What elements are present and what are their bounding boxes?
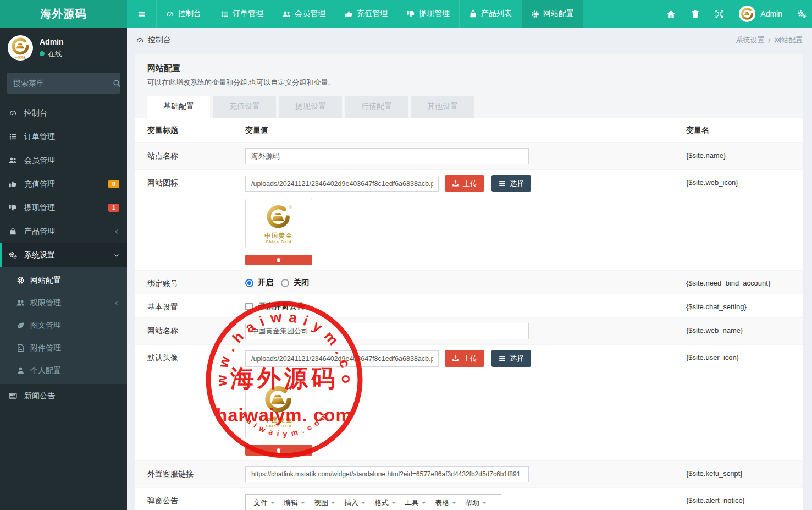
- editor-menu-tools[interactable]: 工具: [400, 498, 430, 508]
- breadcrumb-section[interactable]: 系统设置: [736, 35, 764, 45]
- user-icon-preview: 中国黄金 China Gold: [245, 374, 312, 438]
- sidebar-item-recharge[interactable]: 充值管理0: [0, 172, 127, 196]
- breadcrumb: 系统设置 / 网站配置: [736, 35, 803, 45]
- settings-cogs-icon[interactable]: [797, 9, 807, 19]
- sidebar-item-orders[interactable]: 订单管理: [0, 125, 127, 149]
- sidebar-subitem-site-config[interactable]: 网站配置: [0, 269, 127, 292]
- page-description: 可以在此增改系统的变量和分组,也可以自定义分组和变量。: [147, 78, 791, 87]
- popup-notice-checkbox[interactable]: [245, 303, 253, 310]
- editor-menu-file[interactable]: 文件: [249, 498, 279, 508]
- nav-item-dashboard[interactable]: 控制台: [156, 0, 211, 28]
- table-header: 变量标题 变量值 变量名: [135, 118, 803, 142]
- tab-withdraw[interactable]: 提现设置: [279, 96, 342, 118]
- breadcrumb-page: 网站配置: [774, 35, 803, 45]
- sidebar-subitem-media[interactable]: 图文管理: [0, 314, 127, 337]
- nav-item-orders[interactable]: 订单管理: [211, 0, 273, 28]
- breadcrumb-bar: 控制台 系统设置 / 网站配置: [127, 28, 812, 53]
- tab-market[interactable]: 行情配置: [345, 96, 408, 118]
- upload-icon: [452, 355, 459, 362]
- dashboard-icon: [9, 109, 22, 117]
- table-row: 绑定账号 开启 关闭 {$site.need_bind_account}: [135, 270, 803, 294]
- tab-recharge[interactable]: 充值设置: [213, 96, 276, 118]
- sidebar-subitem-profile[interactable]: 个人配置: [0, 359, 127, 382]
- logo-text-cn: 中国黄金: [264, 232, 293, 240]
- editor-menu-edit[interactable]: 编辑: [279, 498, 310, 508]
- search-input[interactable]: [13, 79, 113, 87]
- thumb-up-icon: [345, 10, 353, 18]
- avatar: 中国黄金: [8, 35, 33, 61]
- editor-menu-view[interactable]: 视图: [310, 498, 340, 508]
- sidebar-subitem-attachments[interactable]: 附件管理: [0, 337, 127, 359]
- breadcrumb-separator: /: [768, 36, 770, 45]
- sidebar-item-dashboard[interactable]: 控制台: [0, 101, 127, 125]
- top-navbar: 海外源码 控制台 订单管理 会员管理 充值管理 提现管理 产品列表 网站配置: [0, 0, 812, 28]
- row-label: 网站名称: [147, 323, 245, 336]
- sidebar-item-system-settings[interactable]: 系统设置: [0, 243, 127, 267]
- kefu-link-input[interactable]: [245, 466, 529, 482]
- nav-item-recharge[interactable]: 充值管理: [335, 0, 397, 28]
- nav-item-site-config[interactable]: 网站配置: [521, 0, 583, 28]
- sidebar-item-withdraw[interactable]: 提现管理1: [0, 196, 127, 220]
- user-icon-path-input[interactable]: [245, 350, 439, 367]
- dashboard-icon: [136, 36, 144, 45]
- sidebar-item-members[interactable]: 会员管理: [0, 149, 127, 172]
- nav-label: 产品列表: [481, 9, 512, 19]
- brand-logo[interactable]: 海外源码: [0, 0, 127, 28]
- delete-image-button[interactable]: [245, 255, 312, 265]
- page-title: 网站配置: [147, 63, 791, 74]
- radio-off[interactable]: [281, 279, 289, 287]
- admin-menu[interactable]: Admin: [739, 6, 782, 22]
- topbar-actions: Admin: [666, 0, 812, 28]
- expand-icon[interactable]: [715, 9, 724, 19]
- radio-on-label[interactable]: 开启: [258, 278, 273, 288]
- users-icon: [16, 299, 29, 307]
- caret-down-icon: [452, 502, 456, 504]
- trash-icon[interactable]: [691, 9, 700, 19]
- tab-basic[interactable]: 基础配置: [147, 96, 210, 118]
- sidebar-item-product-mgmt[interactable]: 产品管理: [0, 220, 127, 243]
- cogs-icon: [9, 251, 22, 259]
- search-icon[interactable]: [113, 79, 121, 87]
- editor-menu-insert[interactable]: 插入: [340, 498, 370, 508]
- site-name-input[interactable]: [245, 148, 529, 164]
- sidebar-subitem-permissions[interactable]: 权限管理: [0, 292, 127, 314]
- users-icon: [283, 10, 291, 18]
- upload-button[interactable]: 上传: [445, 175, 484, 192]
- table-row: 站点名称 {$site.name}: [135, 142, 803, 169]
- online-status: 在线: [40, 49, 64, 59]
- gear-icon: [16, 276, 29, 284]
- web-icon-path-input[interactable]: [245, 176, 439, 192]
- nav-item-products[interactable]: 产品列表: [459, 0, 521, 28]
- delete-image-button[interactable]: [245, 445, 312, 456]
- editor-menu-help[interactable]: 帮助: [461, 498, 491, 508]
- radio-on[interactable]: [245, 279, 253, 287]
- thumb-up-icon: [9, 180, 22, 188]
- choose-button[interactable]: 选择: [491, 350, 531, 367]
- menu-search[interactable]: [7, 73, 120, 94]
- editor-menu-format[interactable]: 格式: [370, 498, 400, 508]
- thumb-down-icon: [407, 10, 415, 18]
- top-nav: 控制台 订单管理 会员管理 充值管理 提现管理 产品列表 网站配置: [127, 0, 583, 28]
- config-tabs: 基础配置 充值设置 提现设置 行情配置 其他设置: [147, 96, 791, 118]
- editor-menu-table[interactable]: 表格: [430, 498, 461, 508]
- upload-button[interactable]: 上传: [445, 350, 484, 367]
- radio-off-label[interactable]: 关闭: [294, 278, 309, 288]
- table-row: 弹窗公告 文件 编辑 视图 插入 格式 工具 表格 帮助: [135, 487, 803, 510]
- choose-button[interactable]: 选择: [491, 175, 531, 192]
- newspaper-icon: [9, 392, 22, 400]
- nav-item-withdraw[interactable]: 提现管理: [397, 0, 459, 28]
- caret-down-icon: [361, 502, 366, 504]
- app-window: 海外源码 控制台 订单管理 会员管理 充值管理 提现管理 产品列表 网站配置: [0, 0, 812, 510]
- sidebar-toggle-button[interactable]: [127, 0, 156, 28]
- nav-label: 提现管理: [419, 9, 450, 19]
- checkbox-label[interactable]: 开启弹窗公告: [258, 301, 305, 311]
- web-name-input[interactable]: [245, 323, 529, 339]
- var-name: {$site.chat_setting}: [686, 299, 803, 311]
- tab-other[interactable]: 其他设置: [411, 96, 474, 118]
- nav-item-members[interactable]: 会员管理: [273, 0, 335, 28]
- caret-down-icon: [270, 502, 275, 504]
- home-icon[interactable]: [666, 9, 676, 19]
- sidebar-item-news[interactable]: 新闻公告: [0, 384, 127, 408]
- breadcrumb-home[interactable]: 控制台: [136, 35, 171, 45]
- table-row: 基本设置 开启弹窗公告 {$site.chat_setting}: [135, 294, 803, 317]
